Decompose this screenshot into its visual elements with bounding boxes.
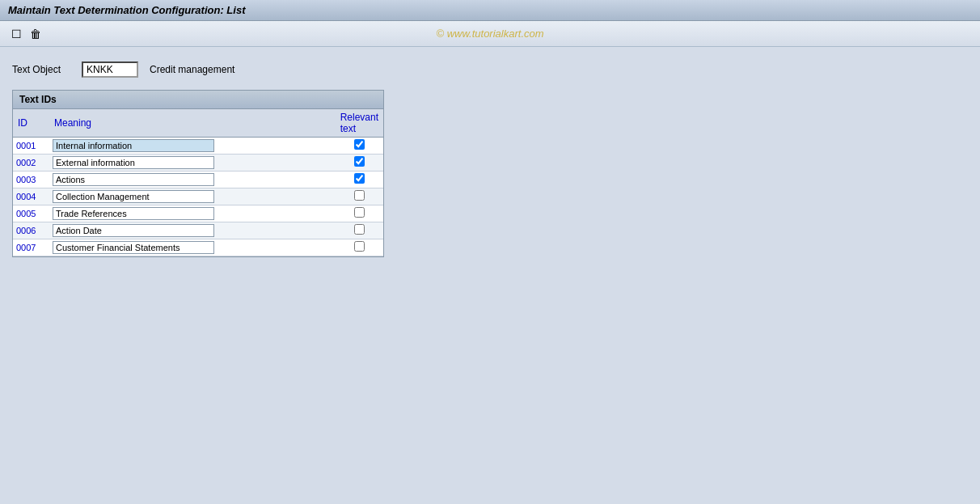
meaning-input[interactable]: [53, 156, 214, 169]
table-row: 0007: [13, 239, 383, 256]
text-ids-table: ID Meaning Relevant text 000100020003000…: [13, 109, 383, 256]
text-object-description: Credit management: [150, 64, 234, 75]
row-relevant-text-cell[interactable]: [336, 155, 383, 172]
content-area: Text Object Credit management Text IDs I…: [0, 47, 980, 265]
relevant-text-checkbox[interactable]: [354, 207, 365, 218]
text-object-input[interactable]: [82, 61, 138, 78]
table-row: 0006: [13, 222, 383, 239]
row-relevant-text-cell[interactable]: [336, 205, 383, 222]
meaning-input[interactable]: [53, 207, 214, 220]
row-id: 0005: [13, 205, 49, 222]
row-id: 0004: [13, 188, 49, 205]
panel-header: Text IDs: [13, 91, 383, 109]
row-meaning-cell[interactable]: [49, 138, 336, 155]
text-ids-panel: Text IDs ID Meaning Relevant text 000100…: [12, 90, 384, 257]
relevant-text-checkbox[interactable]: [354, 139, 365, 150]
row-relevant-text-cell[interactable]: [336, 222, 383, 239]
relevant-text-checkbox[interactable]: [354, 173, 365, 184]
col-header-meaning: Meaning: [49, 109, 336, 138]
text-object-row: Text Object Credit management: [12, 61, 968, 78]
row-relevant-text-cell[interactable]: [336, 138, 383, 155]
row-id: 0002: [13, 155, 49, 172]
toolbar: ☐ 🗑 © www.tutorialkart.com: [0, 21, 980, 47]
row-meaning-cell[interactable]: [49, 155, 336, 172]
title-bar: Maintain Text Determination Configuratio…: [0, 0, 980, 21]
table-row: 0004: [13, 188, 383, 205]
col-header-id: ID: [13, 109, 49, 138]
meaning-input[interactable]: [53, 241, 214, 254]
row-id: 0001: [13, 138, 49, 155]
relevant-text-checkbox[interactable]: [354, 156, 365, 167]
relevant-text-checkbox[interactable]: [354, 241, 365, 252]
table-row: 0002: [13, 155, 383, 172]
relevant-text-checkbox[interactable]: [354, 224, 365, 235]
new-icon[interactable]: ☐: [8, 26, 24, 42]
meaning-input[interactable]: [53, 224, 214, 237]
table-row: 0001: [13, 138, 383, 155]
watermark: © www.tutorialkart.com: [436, 28, 543, 40]
meaning-input[interactable]: [53, 173, 214, 186]
row-meaning-cell[interactable]: [49, 172, 336, 188]
col-header-relevant-text: Relevant text: [336, 109, 383, 138]
row-relevant-text-cell[interactable]: [336, 239, 383, 256]
text-object-label: Text Object: [12, 64, 77, 75]
meaning-input[interactable]: [53, 190, 214, 203]
row-relevant-text-cell[interactable]: [336, 188, 383, 205]
row-meaning-cell[interactable]: [49, 222, 336, 239]
row-id: 0007: [13, 239, 49, 256]
row-relevant-text-cell[interactable]: [336, 172, 383, 188]
row-meaning-cell[interactable]: [49, 205, 336, 222]
row-meaning-cell[interactable]: [49, 239, 336, 256]
table-row: 0003: [13, 172, 383, 188]
relevant-text-checkbox[interactable]: [354, 190, 365, 201]
table-row: 0005: [13, 205, 383, 222]
table-header-row: ID Meaning Relevant text: [13, 109, 383, 138]
title-text: Maintain Text Determination Configuratio…: [8, 4, 245, 16]
row-meaning-cell[interactable]: [49, 188, 336, 205]
meaning-input[interactable]: [53, 139, 214, 152]
row-id: 0006: [13, 222, 49, 239]
row-id: 0003: [13, 172, 49, 188]
delete-icon[interactable]: 🗑: [27, 26, 44, 42]
